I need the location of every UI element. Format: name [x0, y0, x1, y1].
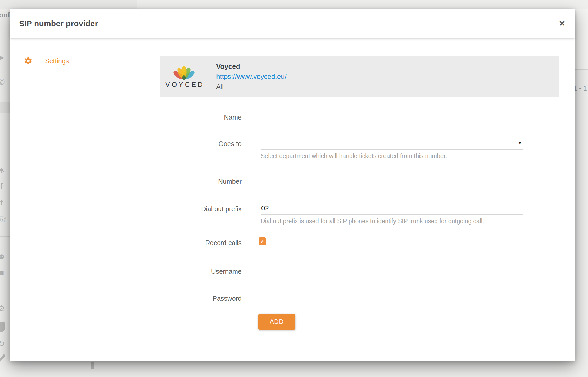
sidebar-item-settings[interactable]: Settings: [10, 56, 142, 65]
voyced-lotus-icon: [171, 65, 197, 80]
form-row-username: Username: [142, 265, 523, 277]
number-field: [261, 175, 523, 187]
close-icon[interactable]: ✕: [559, 19, 566, 28]
pagination-label: 1 - 1: [573, 84, 588, 92]
stop-icon: ■: [0, 268, 7, 277]
form-row-name: Name: [142, 111, 523, 123]
goes-to-helper-text: Select department which will handle tick…: [261, 152, 447, 160]
dial-out-prefix-helper-text: Dial out prefix is used for all SIP phon…: [261, 218, 484, 225]
name-field-label: Name: [142, 111, 242, 123]
goes-to-select[interactable]: ▼ Select department which will handle ti…: [261, 138, 523, 150]
slack-icon: ∗: [0, 165, 7, 174]
viber-icon: ☏: [0, 215, 7, 224]
wrench-icon: [0, 354, 6, 362]
gear-icon: ⚙: [0, 304, 7, 313]
background-divider: [0, 33, 10, 33]
sip-number-provider-dialog: SIP number provider ✕ Settings: [10, 9, 575, 361]
videocam-icon: ►: [0, 53, 7, 62]
form-row-number: Number: [142, 175, 523, 187]
twitter-icon: t: [0, 198, 7, 207]
checkmark-icon: ✓: [260, 238, 265, 245]
dial-out-prefix-field: Dial out prefix is used for all SIP phon…: [261, 203, 523, 215]
background-right-panel: [575, 9, 588, 70]
phone-icon: ✆: [0, 78, 7, 87]
dialog-title: SIP number provider: [19, 19, 98, 28]
form-row-password: Password: [142, 292, 523, 304]
number-input[interactable]: [261, 175, 523, 187]
background-topbar-divider: [137, 0, 137, 9]
provider-info: Voyced https://www.voyced.eu/ All: [216, 61, 287, 92]
provider-url-link[interactable]: https://www.voyced.eu/: [216, 71, 287, 82]
facebook-icon: f: [0, 182, 7, 191]
background-scrollbar: [91, 362, 94, 369]
name-input[interactable]: [261, 111, 523, 123]
provider-scope: All: [216, 82, 287, 92]
username-field-label: Username: [142, 265, 242, 277]
dial-out-prefix-input[interactable]: [261, 203, 523, 214]
goes-to-value[interactable]: [261, 138, 523, 149]
form-row-record-calls: Record calls ✓: [142, 237, 523, 248]
form-row-goes-to: Goes to ▼ Select department which will h…: [142, 138, 523, 150]
sidebar-item-label: Settings: [45, 57, 69, 65]
add-button[interactable]: ADD: [258, 314, 295, 330]
sync-icon: ↻: [0, 339, 7, 348]
dialog-content: VOYCED Voyced https://www.voyced.eu/ All…: [142, 38, 575, 361]
goes-to-field-label: Goes to: [142, 138, 242, 150]
name-field: [261, 111, 523, 123]
record-calls-field-label: Record calls: [142, 237, 242, 248]
provider-card: VOYCED Voyced https://www.voyced.eu/ All: [160, 56, 559, 97]
record-calls-field: ✓: [242, 237, 504, 248]
password-input[interactable]: [261, 292, 523, 304]
form-row-dial-out-prefix: Dial out prefix Dial out prefix is used …: [142, 203, 523, 215]
record-calls-checkbox[interactable]: ✓: [259, 237, 266, 245]
gear-icon: [24, 56, 33, 65]
voyced-wordmark: VOYCED: [165, 81, 202, 88]
dial-out-prefix-field-label: Dial out prefix: [142, 203, 242, 215]
username-input[interactable]: [261, 265, 523, 277]
voyced-logo: VOYCED: [165, 65, 202, 88]
dialog-header: SIP number provider ✕: [10, 9, 575, 38]
background-topbar: [0, 0, 137, 9]
number-field-label: Number: [142, 175, 242, 187]
dialog-sidebar: Settings: [10, 38, 142, 361]
dialog-body: Settings VOYCED: [10, 38, 575, 361]
background-divider: [0, 286, 10, 286]
background-selected-row: [0, 102, 10, 113]
username-field: [261, 265, 523, 277]
password-field: [261, 292, 523, 304]
shield-icon: [0, 322, 5, 332]
provider-name: Voyced: [216, 61, 287, 71]
password-field-label: Password: [142, 292, 242, 304]
people-icon: ☻: [0, 252, 7, 261]
background-divider: [0, 236, 10, 237]
